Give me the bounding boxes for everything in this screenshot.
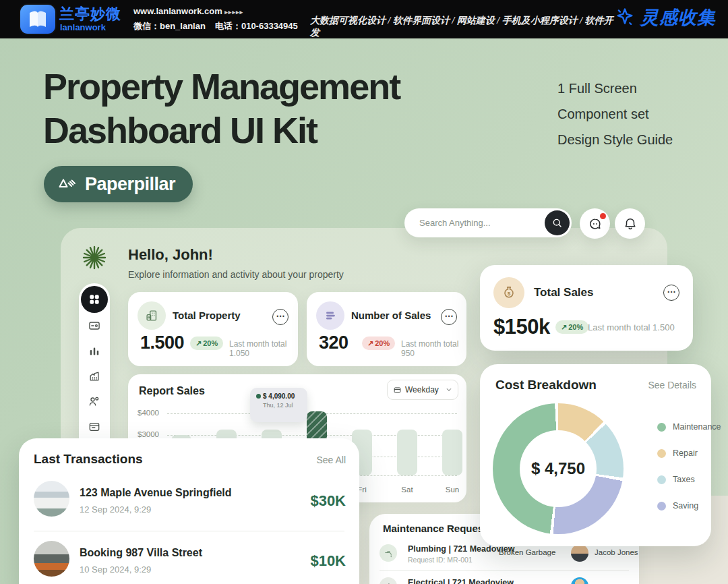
card-icon	[88, 319, 101, 332]
assignee-name: Jacob Jones	[595, 548, 638, 556]
search-icon	[551, 216, 564, 229]
phone-number: 电话：010-63334945	[215, 21, 298, 31]
legend-item: Repair	[657, 448, 698, 458]
money-icon-circle: $	[493, 277, 524, 308]
sales-icon-circle	[316, 301, 344, 330]
paperpillar-logo-icon	[57, 176, 78, 192]
transactions-title: Last Transactions	[34, 452, 143, 467]
stat-note: Last month total 950	[401, 339, 466, 358]
feature-item: Design Style Guide	[557, 127, 673, 152]
transaction-name: 123 Maple Avenue Springfield	[80, 487, 232, 499]
users-icon	[88, 395, 101, 408]
report-bar-sat[interactable]	[397, 430, 417, 475]
divider	[380, 570, 629, 571]
stat-value: 320	[319, 332, 348, 353]
legend-item: Saving	[657, 501, 698, 510]
sidebar-item-analytics[interactable]	[87, 344, 102, 359]
search-button[interactable]	[545, 210, 570, 235]
y-axis-label: $4000	[138, 409, 164, 417]
paperpillar-label: Paperpillar	[85, 174, 175, 195]
sparkle-icon	[613, 6, 636, 29]
sidebar-item-cards[interactable]	[87, 318, 102, 333]
property-photo	[34, 481, 69, 517]
plumbing-icon-circle	[380, 544, 397, 562]
trend-up-icon: ↗	[195, 339, 202, 348]
stat-title: Total Sales	[534, 286, 594, 299]
sidebar-item-tenants[interactable]	[87, 394, 102, 409]
request-issue: Broken Garbage	[499, 548, 555, 556]
bell-icon	[623, 216, 638, 231]
stat-title: Total Property	[173, 310, 241, 321]
building-icon	[88, 370, 101, 383]
logo-english-name: lanlanwork	[60, 22, 106, 32]
legend-dot-saving	[657, 502, 666, 510]
divider	[34, 531, 344, 531]
donut-total: $ 4,750	[520, 430, 597, 507]
notifications-button[interactable]	[615, 208, 645, 239]
total-sales-card: $ Total Sales ⋯ $150k ↗20% Last month to…	[480, 265, 693, 351]
chevron-down-icon	[446, 386, 452, 393]
svg-text:$: $	[508, 291, 511, 297]
sidebar-item-dashboard[interactable]	[81, 286, 108, 313]
electrical-icon-circle	[380, 577, 397, 584]
sales-bars-icon	[323, 308, 338, 323]
feature-item: 1 Full Screen	[557, 76, 673, 101]
stat-title: Number of Sales	[351, 310, 431, 321]
sidebar-item-properties[interactable]	[87, 369, 102, 384]
legend-dot-taxes	[657, 475, 666, 484]
feature-list: 1 Full Screen Component set Design Style…	[557, 76, 673, 152]
see-all-link[interactable]: See All	[316, 455, 346, 465]
contact-info: 微信：ben_lanlan电话：010-63334945	[133, 20, 307, 32]
hero-title: Property Management Dashboard UI Kit	[43, 65, 400, 152]
request-type: Electrical | 721 Meadoview	[408, 578, 514, 584]
notification-dot	[600, 213, 606, 219]
card-menu-button[interactable]: ⋯	[272, 309, 289, 325]
trend-up-icon: ↗	[367, 339, 373, 348]
property-building-icon	[144, 308, 159, 323]
promo-page: 兰亭妙微 lanlanwork www.lanlanwork.com ▸▸▸▸▸…	[0, 0, 728, 584]
website-url[interactable]: www.lanlanwork.com ▸▸▸▸▸	[133, 6, 243, 16]
day-label: Sat	[394, 486, 421, 494]
last-transactions-card: Last Transactions See All 123 Maple Aven…	[19, 438, 359, 584]
brand-right-label: 灵感收集	[640, 5, 716, 30]
day-label: Sun	[439, 486, 466, 494]
stat-value: $150k	[493, 315, 550, 339]
logo-chinese-name: 兰亭妙微	[59, 4, 121, 24]
report-bar-sun[interactable]	[442, 430, 462, 475]
request-id: Request ID: MR-001	[408, 556, 473, 564]
feature-item: Component set	[557, 101, 673, 127]
card-menu-button[interactable]: ⋯	[441, 309, 457, 325]
stat-note: Last month total 1.050	[229, 339, 298, 358]
tooltip-dot-icon	[256, 394, 261, 399]
property-photo	[34, 541, 69, 577]
cost-breakdown-card: Cost Breakdown See Details $ 4,750 Maint…	[480, 364, 711, 546]
dropdown-value: Weekday	[405, 385, 439, 395]
search-bar[interactable]: Search Anything...	[404, 208, 572, 237]
inspiration-brand: 灵感收集	[613, 5, 716, 30]
see-details-link[interactable]: See Details	[648, 380, 696, 390]
greeting-subtitle: Explore information and activity about y…	[128, 269, 344, 280]
lanlanwork-logo-icon	[20, 5, 55, 34]
sidebar-item-schedule[interactable]	[87, 419, 102, 434]
weekday-dropdown[interactable]: Weekday	[387, 380, 458, 400]
chat-icon	[588, 216, 603, 231]
paperpillar-badge: Paperpillar	[44, 166, 193, 202]
messages-button[interactable]	[580, 208, 610, 239]
number-of-sales-card: Number of Sales ⋯ 320 ↗20% Last month to…	[307, 292, 466, 366]
property-icon-circle	[138, 301, 166, 330]
legend-dot-maintenance	[657, 423, 666, 432]
trend-up-icon: ↗	[561, 323, 567, 332]
transaction-date: 12 Sep 2024, 9:29	[80, 504, 151, 515]
chart-tooltip: $ 4,090.00 Thu, 12 Jul	[250, 388, 307, 422]
calendar-icon	[88, 420, 101, 434]
money-bag-icon: $	[500, 284, 518, 301]
transaction-name: Booking 987 Villa Street	[80, 547, 202, 559]
legend-item: Maintenance	[657, 422, 721, 432]
bolt-icon	[384, 582, 393, 584]
search-placeholder: Search Anything...	[419, 218, 491, 228]
top-header-bar: 兰亭妙微 lanlanwork www.lanlanwork.com ▸▸▸▸▸…	[0, 0, 728, 38]
calendar-icon	[393, 386, 402, 395]
legend-dot-repair	[657, 449, 666, 458]
legend-item: Taxes	[657, 475, 695, 484]
card-menu-button[interactable]: ⋯	[663, 285, 679, 301]
